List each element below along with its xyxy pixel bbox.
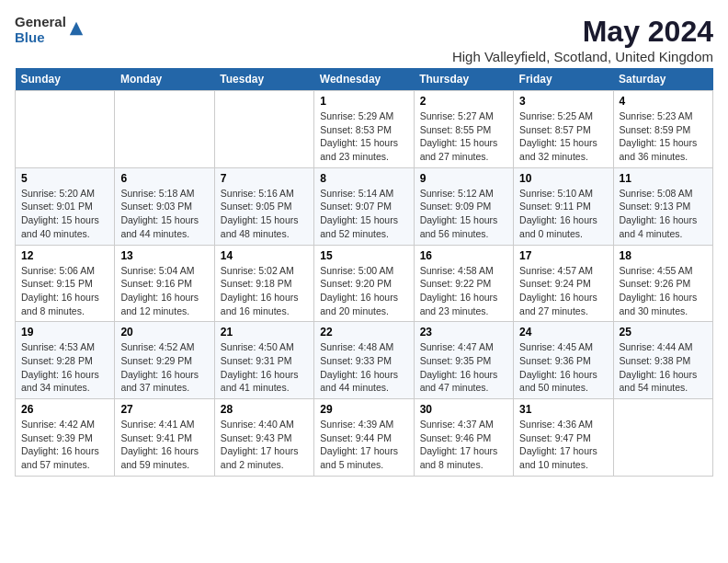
page-header: General Blue May 2024 High Valleyfield, … xyxy=(15,15,713,64)
calendar-cell: 27Sunrise: 4:41 AM Sunset: 9:41 PM Dayli… xyxy=(115,399,214,477)
svg-marker-0 xyxy=(70,21,83,34)
day-info: Sunrise: 5:25 AM Sunset: 8:57 PM Dayligh… xyxy=(519,109,607,164)
day-info: Sunrise: 5:00 AM Sunset: 9:20 PM Dayligh… xyxy=(320,264,407,318)
day-number: 22 xyxy=(320,326,407,339)
day-info: Sunrise: 5:29 AM Sunset: 8:53 PM Dayligh… xyxy=(320,109,407,164)
day-info: Sunrise: 4:58 AM Sunset: 9:22 PM Dayligh… xyxy=(420,264,507,318)
day-number: 13 xyxy=(120,249,208,262)
day-number: 21 xyxy=(221,326,308,339)
day-header-sunday: Sunday xyxy=(16,68,115,91)
calendar-cell: 23Sunrise: 4:47 AM Sunset: 9:35 PM Dayli… xyxy=(414,322,513,399)
day-info: Sunrise: 5:08 AM Sunset: 9:13 PM Dayligh… xyxy=(620,187,707,241)
day-info: Sunrise: 5:16 AM Sunset: 9:05 PM Dayligh… xyxy=(221,187,308,241)
calendar-cell: 10Sunrise: 5:10 AM Sunset: 9:11 PM Dayli… xyxy=(514,167,613,245)
calendar-cell: 7Sunrise: 5:16 AM Sunset: 9:05 PM Daylig… xyxy=(214,167,313,245)
day-number: 2 xyxy=(420,95,507,108)
day-number: 16 xyxy=(420,249,507,262)
day-number: 28 xyxy=(221,403,308,416)
day-number: 15 xyxy=(320,249,407,262)
day-info: Sunrise: 4:57 AM Sunset: 9:24 PM Dayligh… xyxy=(519,264,607,318)
day-info: Sunrise: 5:14 AM Sunset: 9:07 PM Dayligh… xyxy=(320,187,407,241)
week-row-2: 5Sunrise: 5:20 AM Sunset: 9:01 PM Daylig… xyxy=(16,167,713,245)
calendar-cell: 11Sunrise: 5:08 AM Sunset: 9:13 PM Dayli… xyxy=(613,167,712,245)
day-info: Sunrise: 5:10 AM Sunset: 9:11 PM Dayligh… xyxy=(519,187,607,241)
day-number: 4 xyxy=(620,95,707,108)
week-row-1: 1Sunrise: 5:29 AM Sunset: 8:53 PM Daylig… xyxy=(16,91,713,168)
header-row: SundayMondayTuesdayWednesdayThursdayFrid… xyxy=(16,68,713,91)
calendar-cell: 24Sunrise: 4:45 AM Sunset: 9:36 PM Dayli… xyxy=(514,322,613,399)
day-info: Sunrise: 4:55 AM Sunset: 9:26 PM Dayligh… xyxy=(620,264,707,318)
day-info: Sunrise: 4:45 AM Sunset: 9:36 PM Dayligh… xyxy=(519,340,607,395)
calendar-cell: 28Sunrise: 4:40 AM Sunset: 9:43 PM Dayli… xyxy=(214,399,313,477)
calendar-cell: 1Sunrise: 5:29 AM Sunset: 8:53 PM Daylig… xyxy=(314,91,414,168)
day-header-tuesday: Tuesday xyxy=(214,68,313,91)
calendar-cell: 25Sunrise: 4:44 AM Sunset: 9:38 PM Dayli… xyxy=(613,322,712,399)
calendar-cell: 4Sunrise: 5:23 AM Sunset: 8:59 PM Daylig… xyxy=(613,91,712,168)
day-number: 20 xyxy=(120,326,208,339)
calendar-cell: 2Sunrise: 5:27 AM Sunset: 8:55 PM Daylig… xyxy=(414,91,513,168)
day-number: 25 xyxy=(620,326,707,339)
day-info: Sunrise: 4:42 AM Sunset: 9:39 PM Dayligh… xyxy=(21,418,108,472)
day-info: Sunrise: 5:20 AM Sunset: 9:01 PM Dayligh… xyxy=(21,187,108,241)
calendar-cell: 5Sunrise: 5:20 AM Sunset: 9:01 PM Daylig… xyxy=(16,167,115,245)
calendar-cell: 26Sunrise: 4:42 AM Sunset: 9:39 PM Dayli… xyxy=(16,399,115,477)
week-row-3: 12Sunrise: 5:06 AM Sunset: 9:15 PM Dayli… xyxy=(16,245,713,322)
calendar-cell: 13Sunrise: 5:04 AM Sunset: 9:16 PM Dayli… xyxy=(115,245,214,322)
day-info: Sunrise: 5:06 AM Sunset: 9:15 PM Dayligh… xyxy=(21,264,108,318)
day-info: Sunrise: 5:23 AM Sunset: 8:59 PM Dayligh… xyxy=(620,109,707,164)
day-number: 5 xyxy=(21,172,108,185)
day-number: 27 xyxy=(120,403,208,416)
logo-blue: Blue xyxy=(15,30,66,46)
day-number: 17 xyxy=(519,249,607,262)
day-info: Sunrise: 4:52 AM Sunset: 9:29 PM Dayligh… xyxy=(120,340,208,395)
day-number: 12 xyxy=(21,249,108,262)
day-number: 29 xyxy=(320,403,407,416)
day-number: 18 xyxy=(620,249,707,262)
day-header-thursday: Thursday xyxy=(414,68,513,91)
calendar-cell: 12Sunrise: 5:06 AM Sunset: 9:15 PM Dayli… xyxy=(16,245,115,322)
calendar-cell xyxy=(115,91,214,168)
calendar-cell xyxy=(214,91,313,168)
week-row-4: 19Sunrise: 4:53 AM Sunset: 9:28 PM Dayli… xyxy=(16,322,713,399)
day-number: 24 xyxy=(519,326,607,339)
week-row-5: 26Sunrise: 4:42 AM Sunset: 9:39 PM Dayli… xyxy=(16,399,713,477)
day-info: Sunrise: 4:36 AM Sunset: 9:47 PM Dayligh… xyxy=(519,418,607,472)
day-number: 23 xyxy=(420,326,507,339)
day-info: Sunrise: 5:02 AM Sunset: 9:18 PM Dayligh… xyxy=(221,264,308,318)
day-header-friday: Friday xyxy=(514,68,613,91)
day-header-saturday: Saturday xyxy=(613,68,712,91)
calendar-cell: 30Sunrise: 4:37 AM Sunset: 9:46 PM Dayli… xyxy=(414,399,513,477)
calendar-cell: 8Sunrise: 5:14 AM Sunset: 9:07 PM Daylig… xyxy=(314,167,414,245)
day-info: Sunrise: 4:53 AM Sunset: 9:28 PM Dayligh… xyxy=(21,340,108,395)
calendar-cell: 19Sunrise: 4:53 AM Sunset: 9:28 PM Dayli… xyxy=(16,322,115,399)
calendar-cell xyxy=(613,399,712,477)
calendar-cell: 16Sunrise: 4:58 AM Sunset: 9:22 PM Dayli… xyxy=(414,245,513,322)
day-number: 11 xyxy=(620,172,707,185)
day-number: 26 xyxy=(21,403,108,416)
title-block: May 2024 High Valleyfield, Scotland, Uni… xyxy=(452,15,713,64)
day-number: 1 xyxy=(320,95,407,108)
day-number: 8 xyxy=(320,172,407,185)
day-info: Sunrise: 4:40 AM Sunset: 9:43 PM Dayligh… xyxy=(221,418,308,472)
day-number: 30 xyxy=(420,403,507,416)
subtitle: High Valleyfield, Scotland, United Kingd… xyxy=(452,49,713,64)
calendar-table: SundayMondayTuesdayWednesdayThursdayFrid… xyxy=(15,68,713,477)
calendar-cell: 21Sunrise: 4:50 AM Sunset: 9:31 PM Dayli… xyxy=(214,322,313,399)
day-number: 14 xyxy=(221,249,308,262)
logo: General Blue xyxy=(15,15,85,45)
calendar-cell: 17Sunrise: 4:57 AM Sunset: 9:24 PM Dayli… xyxy=(514,245,613,322)
calendar-cell: 31Sunrise: 4:36 AM Sunset: 9:47 PM Dayli… xyxy=(514,399,613,477)
day-info: Sunrise: 4:39 AM Sunset: 9:44 PM Dayligh… xyxy=(320,418,407,472)
day-number: 3 xyxy=(519,95,607,108)
calendar-cell: 3Sunrise: 5:25 AM Sunset: 8:57 PM Daylig… xyxy=(514,91,613,168)
day-info: Sunrise: 5:04 AM Sunset: 9:16 PM Dayligh… xyxy=(120,264,208,318)
day-number: 9 xyxy=(420,172,507,185)
day-info: Sunrise: 4:44 AM Sunset: 9:38 PM Dayligh… xyxy=(620,340,707,395)
day-info: Sunrise: 4:50 AM Sunset: 9:31 PM Dayligh… xyxy=(221,340,308,395)
main-title: May 2024 xyxy=(452,15,713,49)
day-info: Sunrise: 4:47 AM Sunset: 9:35 PM Dayligh… xyxy=(420,340,507,395)
day-info: Sunrise: 4:48 AM Sunset: 9:33 PM Dayligh… xyxy=(320,340,407,395)
day-header-monday: Monday xyxy=(115,68,214,91)
day-header-wednesday: Wednesday xyxy=(314,68,414,91)
day-info: Sunrise: 4:41 AM Sunset: 9:41 PM Dayligh… xyxy=(120,418,208,472)
